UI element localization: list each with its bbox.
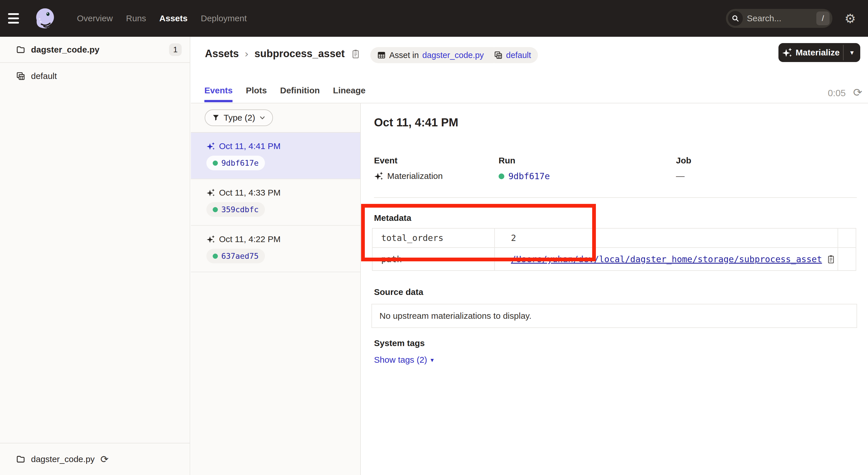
run-id-link[interactable]: 359cdbfc [221,205,259,214]
source-data-empty-message: No upstream materializations to display. [379,311,532,321]
events-list-panel: Type (2) Oct 11, 4:41 PM 9dbf617e [191,103,361,475]
metadata-value-cell: /Users/yuhan/dev/local/dagster_home/stor… [495,248,838,270]
asset-in-prefix: Asset in [389,51,419,60]
section-divider [374,197,857,198]
metadata-heading: Metadata [374,213,411,223]
top-nav: Overview Runs Assets Deployment / ⚙ [0,0,868,37]
sparkle-icon [782,48,792,58]
materialization-sparkle-icon [206,142,215,150]
breadcrumb-assets-link[interactable]: Assets [205,48,239,60]
reload-code-location-icon[interactable]: ⟳ [100,454,109,464]
run-column-header: Run [499,156,550,166]
show-tags-label: Show tags (2) [374,355,427,365]
job-column: Job — [676,156,691,181]
run-badge[interactable]: 9dbf617e [206,156,265,170]
run-success-dot [213,160,218,166]
event-list-item[interactable]: Oct 11, 4:22 PM 637aed75 [191,226,360,272]
metadata-table: total_orders 2 path /Users/yuhan/dev/loc… [372,228,856,271]
materialization-sparkle-icon [206,188,215,197]
event-timestamp: Oct 11, 4:41 PM [219,141,281,151]
folder-icon [16,45,25,54]
refresh-page-icon[interactable]: ⟳ [853,86,862,99]
path-link[interactable]: /Users/yuhan/dev/local/dagster_home/stor… [495,254,822,264]
type-filter-label: Type (2) [224,113,255,123]
event-timestamp: Oct 11, 4:22 PM [219,234,281,244]
materialize-button[interactable]: Materialize [778,43,843,62]
repository-default-badge[interactable]: default [487,47,538,63]
nav-item-runs[interactable]: Runs [126,13,146,23]
run-id-link[interactable]: 9dbf617e [508,171,550,181]
metadata-value-cell: 2 [495,229,838,248]
repository-default-link[interactable]: default [506,51,531,60]
asset-count-badge: 1 [169,43,182,56]
sidebar-item-repository-default[interactable]: default [0,63,190,89]
materialize-label: Materialize [796,48,840,57]
run-column: Run 9dbf617e [499,156,550,181]
system-tags-heading: System tags [374,338,425,348]
event-column-header: Event [374,156,443,166]
breadcrumb-separator-icon: › [245,48,249,60]
run-badge[interactable]: 359cdbfc [206,202,265,217]
settings-gear-icon[interactable]: ⚙ [832,11,868,26]
nav-item-overview[interactable]: Overview [77,13,113,23]
table-grid-icon [377,51,386,59]
folder-icon [16,455,25,464]
asset-name-title: subprocess_asset [254,48,344,60]
job-empty-value: — [676,171,685,181]
repository-icon [494,51,503,59]
events-filter-bar: Type (2) [191,103,360,133]
copy-path-icon[interactable] [827,254,835,264]
nav-item-deployment[interactable]: Deployment [200,13,247,23]
run-success-dot [499,174,504,179]
event-column: Event Materialization [374,156,443,181]
metadata-extra-cell [838,229,856,248]
metadata-key-cell: total_orders [373,229,495,248]
asset-sidebar: dagster_code.py 1 default dagster_code.p… [0,37,190,475]
tab-lineage[interactable]: Lineage [333,86,365,102]
nav-item-assets[interactable]: Assets [159,13,187,23]
run-id-link[interactable]: 9dbf617e [221,158,259,168]
dagster-logo[interactable] [35,7,56,29]
metadata-key-cell: path [373,248,495,270]
search-input[interactable] [743,13,816,23]
run-id-link[interactable]: 637aed75 [221,251,259,261]
breadcrumb: Assets › subprocess_asset [205,48,360,60]
search-box[interactable]: / [726,9,832,28]
source-data-box: No upstream materializations to display. [371,304,857,328]
event-list-item[interactable]: Oct 11, 4:33 PM 359cdbfc [191,179,360,226]
run-success-dot [213,207,218,212]
sidebar-footer-code-location[interactable]: dagster_code.py ⟳ [0,443,190,475]
sidebar-item-code-location[interactable]: dagster_code.py 1 [0,37,190,63]
repository-icon [16,71,25,81]
refresh-countdown: 0:05 [828,88,846,98]
tab-plots[interactable]: Plots [246,86,267,102]
metadata-extra-cell [838,248,856,270]
event-timestamp: Oct 11, 4:33 PM [219,188,281,198]
run-success-dot [213,254,218,259]
hamburger-menu-icon[interactable] [8,10,25,27]
source-data-heading: Source data [374,287,423,297]
job-column-header: Job [676,156,691,166]
tab-definition[interactable]: Definition [280,86,320,102]
materialization-sparkle-icon [206,235,215,243]
copy-asset-name-icon[interactable] [351,49,360,59]
nav-menu: Overview Runs Assets Deployment [77,13,247,23]
asset-in-code-location-badge[interactable]: Asset in dagster_code.py ⟳ [370,47,501,63]
event-list-item[interactable]: Oct 11, 4:41 PM 9dbf617e [191,133,360,179]
event-type-value: Materialization [387,171,443,181]
show-tags-toggle[interactable]: Show tags (2) ▾ [374,355,434,365]
repository-label: default [31,71,57,81]
search-icon [728,11,743,26]
code-location-label: dagster_code.py [31,45,99,55]
funnel-icon [212,114,220,121]
type-filter-button[interactable]: Type (2) [205,110,273,126]
tab-events[interactable]: Events [205,86,232,102]
event-detail-title: Oct 11, 4:41 PM [374,116,458,129]
materialize-split-button: Materialize ▾ [778,43,860,62]
run-badge[interactable]: 637aed75 [206,249,265,263]
materialization-sparkle-icon [374,172,383,181]
footer-code-location-label: dagster_code.py [31,454,95,464]
materialize-dropdown-caret[interactable]: ▾ [844,43,860,62]
code-location-link[interactable]: dagster_code.py [422,51,484,60]
slash-shortcut-key: / [816,11,830,25]
